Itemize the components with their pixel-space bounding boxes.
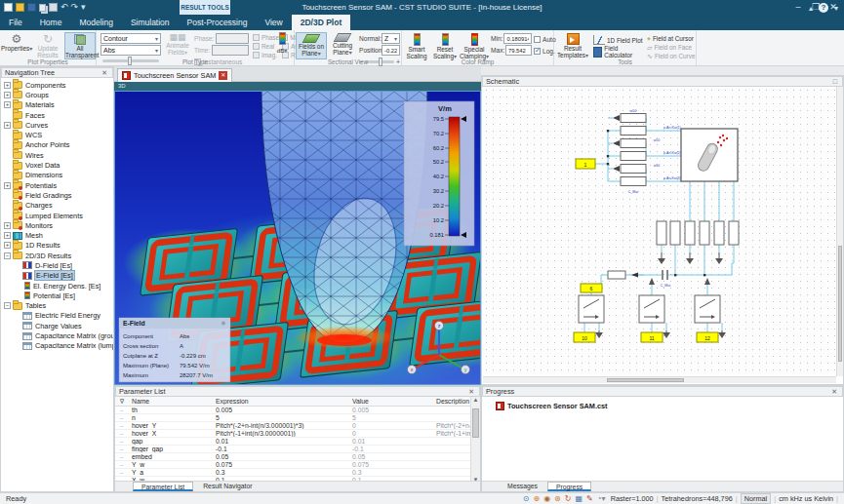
progress-file-item[interactable]: Touchscreen Sensor SAM.cst [496,402,843,410]
minimize-button[interactable] [789,0,807,14]
tree-item-monitors[interactable]: Monitors [1,220,113,230]
hand-icon[interactable]: ◉ [543,494,550,503]
maximize-icon[interactable] [831,77,839,86]
contour-dropdown[interactable]: Contour [100,33,161,44]
properties-button[interactable]: ⚙ Properties [1,32,32,59]
tab-home[interactable]: Home [31,15,71,30]
field-at-cursor-button[interactable]: ⌖ Field at Cursor [647,34,696,43]
close-tab-icon[interactable] [219,71,227,80]
tree-item-tables[interactable]: Tables [1,301,113,311]
tree-item-d-field[interactable]: D-Field [Es] [1,260,113,270]
parameter-row[interactable]: −finger_gap-0.1-0.1 [115,446,470,453]
tree-item-charge-values[interactable]: Charge Values [1,321,113,330]
touch-sensor-block[interactable] [681,129,738,181]
vertical-blocks[interactable] [657,221,739,245]
parameter-row[interactable]: −n55 [115,414,470,422]
update-results-button[interactable]: ↻ Update Results [32,32,63,59]
grid-icon[interactable]: ▦ [576,494,583,503]
redo-icon[interactable]: ↷ [71,3,79,12]
pan-icon[interactable]: ⊕ [533,494,540,503]
close-icon[interactable] [829,387,839,396]
help-icon[interactable]: ? [819,3,828,13]
tab-2d3d-plot[interactable]: 2D/3D Plot [292,15,351,30]
tab-parameter-list[interactable]: Parameter List [133,482,193,491]
status-mode[interactable]: Normal [741,493,772,504]
parameter-row[interactable]: −Y_a0.30.3 [115,469,470,477]
ribbon: ⚙ Properties ↻ Update Results All Transp… [0,30,844,66]
tab-messages[interactable]: Messages [500,482,545,491]
status-units[interactable]: cm kHz us Kelvin [779,494,833,503]
schematic-canvas[interactable]: 1 w50 C_Mut w50 C_Mut w50 C_Mut p-An-Kw(… [483,87,837,377]
tree-item-e-field[interactable]: E-Field [Es] [1,271,113,281]
zoom-select-icon[interactable]: ⊙ [523,494,530,503]
time-input[interactable] [212,45,249,56]
filter-icon[interactable]: ∇ [115,398,129,405]
db-button[interactable]: dB [273,32,291,54]
pin-icon[interactable] [221,322,225,326]
tab-result-navigator[interactable]: Result Navigator [195,482,260,491]
parameter-row[interactable]: −Y_w0.0750.075 [115,461,470,469]
new-file-icon[interactable] [4,3,13,12]
reset-scaling-button[interactable]: Reset Scaling [431,32,459,59]
tree-item-el-energy-dens[interactable]: El. Energy Dens. [Es] [1,281,113,291]
edit-icon[interactable]: ✎ [586,494,593,503]
tab-modeling[interactable]: Modeling [70,15,122,30]
probe-block[interactable] [608,271,643,279]
tree-item-electric-field-energy[interactable]: Electric Field Energy [1,311,113,321]
output-ports[interactable]: 10 11 12 [574,332,718,342]
close-icon[interactable] [466,387,476,396]
tree-item-cap-matrix-grounded[interactable]: Capacitance Matrix (grounded) [1,330,113,340]
qat-customize-icon[interactable]: ▾ [81,3,86,12]
special-clamping-button[interactable]: Special Clamping [460,32,489,59]
schematic-hscrollbar[interactable] [483,376,836,383]
close-icon[interactable] [100,68,109,77]
open-file-icon[interactable] [16,3,24,12]
parameter-row[interactable]: −hover_XPitch*(-1+int(n/3.0000001))0Pitc… [115,430,470,438]
folder-red-icon [13,181,22,189]
zoom-in-icon[interactable]: ⊛ [554,494,561,503]
save-icon[interactable] [27,3,36,12]
document-tab[interactable]: Touchscreen Sensor SAM [117,68,232,82]
min-input[interactable] [503,33,532,44]
print-icon[interactable] [49,3,58,12]
all-transparent-button[interactable]: All Transparent [64,32,96,59]
normal-dropdown[interactable]: Z [382,33,400,44]
position-input[interactable] [382,45,400,56]
collapse-ribbon-icon[interactable]: ▴ [809,4,813,13]
component-dropdown[interactable]: Abs [100,45,161,56]
field-on-face-button[interactable]: ▱ Field on Face [647,43,696,52]
phase-input[interactable] [216,33,249,44]
copy-icon[interactable] [39,4,46,12]
result-templates-button[interactable]: Result Templates [556,32,589,59]
schematic-vscrollbar[interactable] [836,87,843,376]
parameter-table-header[interactable]: ∇ Name Expression Value Description [115,397,470,407]
smart-scaling-button[interactable]: Smart Scaling [403,32,430,59]
capacitor[interactable]: C_Mut [661,270,670,288]
view-options-icon[interactable]: ◔▾ [597,494,606,503]
tab-post-processing[interactable]: Post-Processing [179,15,257,30]
parameter-row[interactable]: −gap0.010.01 [115,438,470,446]
max-input[interactable] [505,45,532,56]
rotate-icon[interactable]: ↻ [565,494,572,503]
fields-on-plane-button[interactable]: Fields on Plane [296,32,327,59]
tab-file[interactable]: File [0,15,31,30]
more-options-icon[interactable]: ▾ [834,4,838,13]
animate-fields-button[interactable]: ▦▦ Animate Fields [163,32,192,59]
log-checkbox[interactable] [534,48,541,55]
parameter-row[interactable]: −th0.0050.005 [115,407,470,414]
parameter-row[interactable]: −embed0.050.05 [115,453,470,461]
group-label: Plot Type [97,58,294,65]
3d-view[interactable]: V/m 79.5 70.2 60.2 50.2 40.2 30.2 20.2 1… [114,91,481,385]
cutting-plane-button[interactable]: Cutting Plane [328,32,357,59]
parameter-scrollbar[interactable]: ▲▼ [470,397,480,483]
tab-simulation[interactable]: Simulation [122,15,179,30]
switch-blocks[interactable] [579,295,720,323]
tab-progress[interactable]: Progress [547,482,591,491]
tab-view[interactable]: View [256,15,291,30]
undo-icon[interactable]: ↶ [60,3,68,12]
parameter-row[interactable]: −hover_YPitch*(-2+n-int(n/3.000001)*3)0P… [115,422,470,430]
tree-item-2d3d-results[interactable]: 2D/3D Results [1,251,113,260]
tree-item-cap-matrix-lumped[interactable]: Capacitance Matrix (lumped) [1,341,113,351]
auto-checkbox[interactable] [534,36,541,43]
field-calculator-button[interactable]: Field Calculator [593,46,644,58]
